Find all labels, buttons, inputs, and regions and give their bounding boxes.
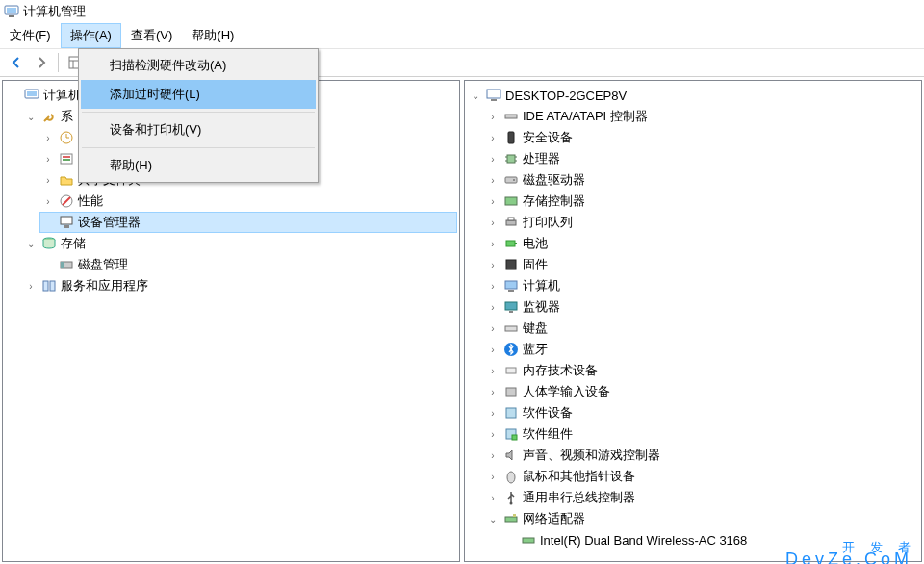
tree-label: Intel(R) Dual Band Wireless-AC 3168 <box>540 533 747 548</box>
expand-icon[interactable]: › <box>486 300 500 314</box>
dev-ide[interactable]: ›IDE ATA/ATAPI 控制器 <box>484 106 919 127</box>
svg-rect-2 <box>9 15 14 17</box>
expand-icon[interactable]: › <box>486 237 500 250</box>
window-title: 计算机管理 <box>23 3 86 20</box>
svg-rect-22 <box>505 115 517 118</box>
menu-file[interactable]: 文件(F) <box>0 23 61 48</box>
device-host[interactable]: ⌄ DESKTOP-2GCEP8V <box>467 85 919 106</box>
dev-usb[interactable]: ›通用串行总线控制器 <box>484 487 919 508</box>
expand-icon[interactable]: › <box>486 385 500 398</box>
expand-icon[interactable]: › <box>486 470 500 483</box>
event-viewer-icon <box>59 151 74 167</box>
expand-icon[interactable]: › <box>486 279 500 293</box>
blank-icon <box>41 216 55 229</box>
menu-help[interactable]: 帮助(H) <box>182 23 244 48</box>
tree-disk-management[interactable]: 磁盘管理 <box>39 254 457 275</box>
collapse-icon[interactable]: ⌄ <box>469 89 482 102</box>
dev-disk[interactable]: ›磁盘驱动器 <box>484 169 919 191</box>
dev-softcomp[interactable]: ›软件组件 <box>484 423 919 445</box>
svg-rect-45 <box>506 408 516 418</box>
svg-point-30 <box>513 179 515 181</box>
expand-icon[interactable]: › <box>486 131 500 144</box>
svg-rect-1 <box>7 8 16 13</box>
tree-label: 网络适配器 <box>523 510 585 527</box>
keyboard-icon <box>503 320 519 336</box>
action-dropdown: 扫描检测硬件改动(A) 添加过时硬件(L) 设备和打印机(V) 帮助(H) <box>78 48 319 183</box>
dev-firmware[interactable]: ›固件 <box>484 254 919 275</box>
expand-icon[interactable]: › <box>486 152 500 166</box>
svg-point-49 <box>510 502 513 505</box>
svg-rect-40 <box>509 311 513 313</box>
tree-label: 监视器 <box>523 298 560 316</box>
tree-performance[interactable]: ›性能 <box>39 191 457 212</box>
svg-rect-36 <box>506 260 516 269</box>
dev-cpu[interactable]: ›处理器 <box>484 148 919 169</box>
collapse-icon[interactable]: ⌄ <box>24 237 38 250</box>
expand-icon[interactable]: › <box>486 491 500 504</box>
collapse-icon[interactable]: ⌄ <box>24 110 38 123</box>
dev-bluetooth[interactable]: ›蓝牙 <box>484 339 919 360</box>
menu-scan-hardware[interactable]: 扫描检测硬件改动(A) <box>81 51 316 80</box>
menu-action[interactable]: 操作(A) <box>61 23 121 48</box>
dev-netadapter[interactable]: ⌄网络适配器 <box>484 508 919 529</box>
title-bar: 计算机管理 <box>0 0 924 23</box>
menu-view[interactable]: 查看(V) <box>121 23 182 48</box>
expand-icon[interactable]: › <box>41 194 55 208</box>
expand-icon[interactable]: › <box>486 427 500 441</box>
dev-audio[interactable]: ›声音、视频和游戏控制器 <box>484 445 919 466</box>
expand-icon[interactable]: › <box>486 449 500 462</box>
dev-keyboard[interactable]: ›键盘 <box>484 318 919 339</box>
svg-rect-50 <box>505 517 517 522</box>
soft-device-icon <box>503 405 519 421</box>
tree-storage[interactable]: ⌄ 存储 <box>22 233 457 254</box>
menu-help[interactable]: 帮助(H) <box>81 151 316 180</box>
expand-icon[interactable]: › <box>486 364 500 377</box>
dev-memtech[interactable]: ›内存技术设备 <box>484 360 919 381</box>
expand-icon[interactable]: › <box>486 173 500 187</box>
forward-button[interactable] <box>31 52 52 73</box>
collapse-icon[interactable]: ⌄ <box>486 512 500 526</box>
dev-monitor[interactable]: ›监视器 <box>484 296 919 318</box>
expand-icon[interactable]: › <box>486 406 500 420</box>
tree-services-apps[interactable]: › 服务和应用程序 <box>22 275 457 296</box>
expand-icon[interactable]: › <box>486 216 500 229</box>
dev-computer[interactable]: ›计算机 <box>484 275 919 296</box>
tree-label: 鼠标和其他指针设备 <box>523 468 635 485</box>
expand-icon[interactable]: › <box>41 152 55 166</box>
tree-label: 处理器 <box>523 150 560 167</box>
expand-icon[interactable]: › <box>41 173 55 187</box>
menu-add-legacy-hardware[interactable]: 添加过时硬件(L) <box>81 80 316 109</box>
svg-rect-41 <box>505 326 517 331</box>
tree-label: 键盘 <box>523 320 548 337</box>
expand-icon[interactable]: › <box>486 258 500 271</box>
expand-icon[interactable]: › <box>41 131 55 144</box>
expand-icon[interactable]: › <box>24 279 38 293</box>
tree-device-manager[interactable]: 设备管理器 <box>39 212 457 233</box>
menu-devices-printers[interactable]: 设备和打印机(V) <box>81 115 316 144</box>
tree-label: 服务和应用程序 <box>61 277 148 295</box>
dev-security[interactable]: ›安全设备 <box>484 127 919 148</box>
expand-icon[interactable]: › <box>486 110 500 123</box>
wifi-adapter-icon <box>521 532 536 548</box>
dev-mouse[interactable]: ›鼠标和其他指针设备 <box>484 466 919 487</box>
back-button[interactable] <box>6 52 27 73</box>
expand-icon[interactable]: › <box>486 343 500 356</box>
tree-label: IDE ATA/ATAPI 控制器 <box>523 108 648 125</box>
dev-hid[interactable]: ›人体学输入设备 <box>484 381 919 402</box>
svg-rect-35 <box>515 243 517 244</box>
svg-rect-11 <box>63 159 70 161</box>
tree-label: 存储控制器 <box>523 192 585 210</box>
dev-storage-ctrl[interactable]: ›存储控制器 <box>484 191 919 212</box>
scheduler-icon <box>59 130 74 145</box>
dev-printq[interactable]: ›打印队列 <box>484 212 919 233</box>
expand-icon[interactable]: › <box>486 321 500 335</box>
storage-icon <box>41 236 57 251</box>
dev-battery[interactable]: ›电池 <box>484 233 919 254</box>
svg-rect-17 <box>61 262 64 268</box>
dev-softdev[interactable]: ›软件设备 <box>484 402 919 423</box>
memory-tech-icon <box>503 363 519 378</box>
expand-icon[interactable]: › <box>486 194 500 208</box>
firmware-icon <box>503 257 519 272</box>
collapse-icon[interactable] <box>7 89 20 102</box>
tree-label: 安全设备 <box>523 129 573 146</box>
